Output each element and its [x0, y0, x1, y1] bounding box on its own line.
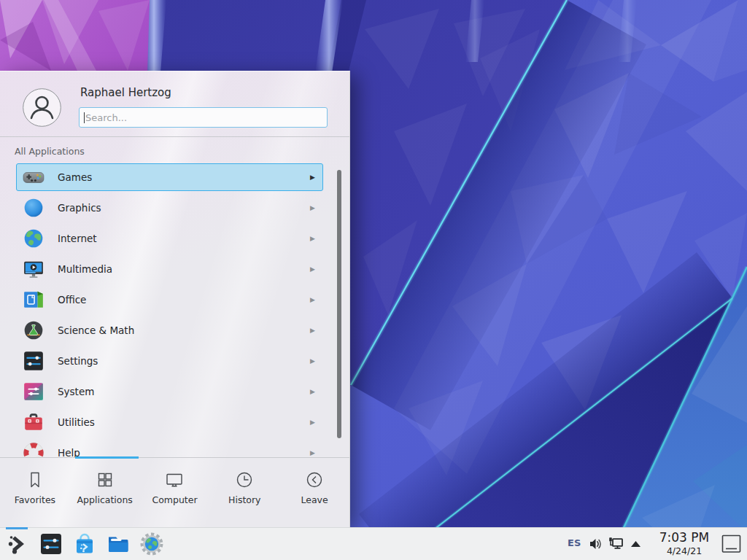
folder-icon — [107, 532, 130, 556]
desktop: Raphael Hertzog All Applications Games▶G… — [0, 0, 747, 560]
user-avatar[interactable] — [23, 88, 61, 127]
text-cursor — [84, 112, 85, 123]
submenu-arrow-icon: ▶ — [310, 265, 315, 273]
tab-history[interactable]: History — [209, 458, 279, 527]
tab-applications[interactable]: Applications — [70, 458, 140, 527]
keyboard-layout-indicator[interactable]: ES — [568, 537, 581, 548]
application-launcher-button[interactable] — [6, 532, 29, 556]
settings-sliders-icon — [23, 350, 44, 372]
tab-computer[interactable]: Computer — [140, 458, 210, 527]
kickoff-icon — [6, 532, 29, 556]
category-utilities[interactable]: Utilities▶ — [16, 408, 323, 436]
category-help[interactable]: Help▶ — [16, 439, 323, 458]
section-label: All Applications — [15, 146, 349, 157]
file-manager-button[interactable] — [107, 532, 130, 556]
category-label: Multimedia — [58, 263, 112, 275]
category-settings[interactable]: Settings▶ — [16, 347, 323, 375]
submenu-arrow-icon: ▶ — [310, 235, 315, 242]
category-label: Internet — [58, 233, 97, 244]
active-task-indicator — [6, 527, 28, 529]
system-settings-icon — [39, 532, 63, 556]
category-graphics[interactable]: Graphics▶ — [16, 194, 323, 222]
launcher-tab-bar: FavoritesApplicationsComputerHistoryLeav… — [0, 457, 349, 527]
submenu-arrow-icon: ▶ — [310, 204, 315, 211]
submenu-arrow-icon: ▶ — [310, 419, 315, 426]
category-internet[interactable]: Internet▶ — [16, 225, 323, 252]
tab-favorites[interactable]: Favorites — [0, 458, 70, 527]
science-flask-icon — [23, 319, 44, 341]
tab-label: Applications — [77, 494, 133, 505]
history-clock-icon — [234, 470, 255, 490]
submenu-arrow-icon: ▶ — [310, 357, 315, 365]
help-lifesaver-icon — [23, 442, 44, 458]
tab-label: History — [228, 494, 260, 505]
network-icon[interactable] — [608, 537, 624, 551]
category-list-area: All Applications Games▶Graphics▶Internet… — [0, 138, 349, 458]
category-games[interactable]: Games▶ — [16, 163, 323, 191]
discover-button[interactable] — [73, 532, 96, 556]
tab-label: Favorites — [15, 494, 55, 505]
gamepad-icon — [23, 166, 44, 188]
tab-label: Leave — [301, 494, 328, 505]
category-system[interactable]: System▶ — [16, 378, 323, 405]
submenu-arrow-icon: ▶ — [310, 449, 315, 456]
scrollbar-thumb[interactable] — [337, 170, 341, 438]
help-center-button[interactable] — [140, 532, 163, 556]
bookmark-icon — [25, 470, 45, 490]
utilities-toolbox-icon — [23, 411, 44, 433]
search-field[interactable] — [79, 107, 328, 128]
category-label: System — [58, 386, 94, 397]
tab-leave[interactable]: Leave — [279, 458, 349, 527]
clock-date: 4/24/21 — [651, 545, 718, 556]
system-settings-button[interactable] — [39, 532, 63, 556]
launcher-header: Raphael Hertzog — [0, 71, 349, 137]
graphics-ball-icon — [23, 197, 44, 219]
category-label: Games — [58, 171, 92, 183]
application-launcher-menu: Raphael Hertzog All Applications Games▶G… — [0, 71, 350, 527]
submenu-arrow-icon: ▶ — [310, 296, 315, 303]
category-label: Office — [58, 294, 86, 306]
show-desktop-button[interactable] — [721, 534, 741, 554]
leave-back-icon — [304, 470, 325, 490]
office-document-icon — [23, 289, 44, 311]
category-science-math[interactable]: Science & Math▶ — [16, 316, 323, 344]
discover-bag-icon — [73, 532, 96, 556]
submenu-arrow-icon: ▶ — [310, 327, 315, 334]
clock-time: 7:03 PM — [651, 529, 718, 545]
category-label: Utilities — [58, 416, 95, 428]
multimedia-player-icon — [23, 258, 44, 280]
active-tab-indicator — [75, 456, 139, 459]
tab-label: Computer — [152, 494, 197, 505]
submenu-arrow-icon: ▶ — [310, 174, 315, 181]
search-input[interactable] — [80, 108, 327, 127]
category-label: Science & Math — [58, 324, 134, 336]
category-office[interactable]: Office▶ — [16, 286, 323, 314]
category-label: Graphics — [58, 202, 101, 214]
applications-grid-icon — [95, 470, 115, 490]
category-label: Settings — [58, 355, 98, 367]
internet-globe-icon — [23, 228, 44, 249]
volume-icon[interactable] — [588, 537, 603, 551]
user-name: Raphael Hertzog — [80, 86, 171, 99]
taskbar-panel: ES 7:03 PM 4/24/21 — [0, 527, 747, 560]
system-sliders-icon — [23, 381, 44, 402]
submenu-arrow-icon: ▶ — [310, 388, 315, 395]
category-multimedia[interactable]: Multimedia▶ — [16, 255, 323, 283]
computer-monitor-icon — [164, 470, 185, 490]
category-list: Games▶Graphics▶Internet▶Multimedia▶Offic… — [0, 163, 349, 458]
globe-gear-icon — [140, 532, 163, 556]
digital-clock[interactable]: 7:03 PM 4/24/21 — [651, 529, 718, 556]
expand-tray-icon[interactable] — [630, 540, 641, 548]
